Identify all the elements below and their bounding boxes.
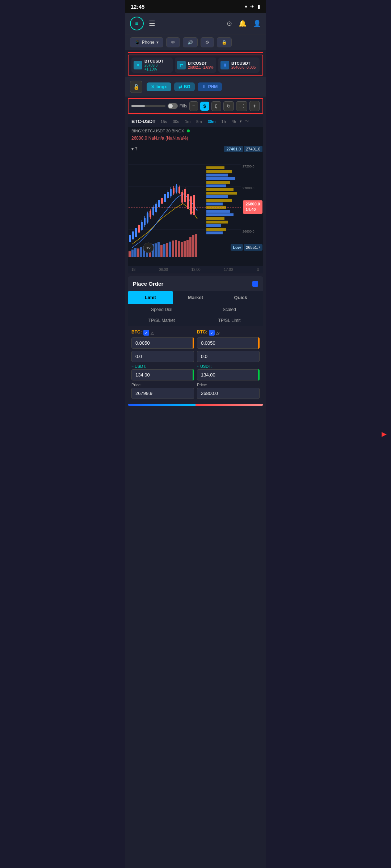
exchange-phm[interactable]: ⏸ PHM: [198, 82, 222, 91]
chart-canvas[interactable]: ▾ 7: [128, 143, 263, 266]
phone-icon: 📱: [135, 40, 140, 45]
bell-icon[interactable]: 🔔: [239, 20, 247, 27]
place-order-header: Place Order: [128, 276, 263, 291]
tf-5m[interactable]: 5m: [194, 119, 204, 124]
dollar-button[interactable]: $: [200, 102, 209, 111]
svg-rect-27: [195, 234, 197, 257]
xaxis-label-3: 12:00: [192, 268, 201, 272]
order-columns: BTC: ✓ △: 0.0050 0.0 ≈ USDT:: [131, 329, 260, 399]
sell-price-input[interactable]: 26800.0: [197, 388, 260, 399]
chart-settings-icon[interactable]: ⚙: [256, 268, 260, 272]
svg-rect-76: [206, 174, 228, 176]
low-badge: Low 26551.7: [231, 244, 262, 251]
tf-30s[interactable]: 30s: [171, 119, 181, 124]
slider-bar[interactable]: [131, 105, 165, 107]
buy-bar[interactable]: [128, 404, 196, 406]
tab-limit[interactable]: Limit: [128, 291, 173, 304]
tf-dropdown[interactable]: ▾: [240, 119, 242, 124]
bingx-icon: ✕: [134, 61, 142, 69]
tf-1m[interactable]: 1m: [183, 119, 193, 124]
user-icon[interactable]: 👤: [253, 20, 261, 27]
xaxis-label-1: 18: [131, 268, 135, 272]
order-col-sell: BTC: ✓ △: 0.0050 0.0 ≈ USDT:: [197, 329, 260, 399]
svg-rect-74: [206, 166, 224, 169]
ticker-item-1[interactable]: ✕ BTCUSDT 26789.8 +1.10%: [131, 58, 173, 73]
order-form: BTC: ✓ △: 0.0050 0.0 ≈ USDT:: [128, 326, 263, 403]
buy-usdt-input[interactable]: 134.00: [131, 369, 194, 380]
ticker-info-3: BTCUSDT 26460.6 -0.005: [231, 61, 256, 69]
sell-delta-input[interactable]: 0.0: [197, 351, 260, 362]
hamburger-icon[interactable]: ☰: [149, 19, 155, 28]
exchange-bg[interactable]: ⇄ BG: [174, 82, 195, 91]
bingx-exchange-icon: ✕: [151, 84, 155, 89]
svg-rect-26: [192, 235, 194, 257]
sell-currency-label: BTC:: [197, 329, 207, 335]
place-order-title: Place Order: [133, 281, 163, 287]
subtab-tpsl-limit[interactable]: TP/SL Limit: [196, 315, 263, 326]
svg-rect-25: [189, 237, 192, 257]
svg-rect-18: [169, 242, 171, 257]
buy-currency-row: BTC: ✓ △:: [131, 329, 194, 336]
chart-header: BTC-USDT 15s 30s 1m 5m 30m 1h 4h ▾ 〜: [128, 115, 263, 127]
subtab-speed-dial[interactable]: Speed Dial: [128, 304, 196, 315]
sell-amount-wrapper: 0.0050: [197, 337, 260, 349]
device-selector[interactable]: 📱 Phone ▾: [130, 37, 163, 47]
subtab-scaled[interactable]: Scaled: [196, 304, 263, 315]
high-badge: 27401.0 27401.0: [224, 146, 262, 152]
equal-sign-button[interactable]: =: [189, 101, 198, 111]
sell-usdt-input[interactable]: 134.00: [197, 369, 260, 380]
tf-30m[interactable]: 30m: [206, 119, 218, 124]
fills-toggle[interactable]: Fills: [168, 103, 187, 109]
ticker-item-2[interactable]: ⇄ BTCUSDT 26802.1 -1.69%: [175, 58, 216, 73]
refresh-button[interactable]: ↻: [223, 101, 234, 111]
indicator-badge: ▾ 7: [131, 146, 138, 152]
tf-15s[interactable]: 15s: [158, 119, 169, 124]
exchange-row: 🔓 ✕ bngx ⇄ BG ⏸ PHM: [125, 77, 266, 97]
discord-icon[interactable]: ⊙: [227, 20, 232, 27]
buy-checkbox[interactable]: ✓: [143, 330, 149, 336]
ticker-info-2: BTCUSDT 26802.1 -1.69%: [188, 61, 214, 69]
ticker-item-3[interactable]: ⏸ BTCUSDT 26460.6 -0.005: [218, 58, 260, 73]
svg-rect-14: [157, 242, 160, 257]
logo-icon[interactable]: ≡: [130, 17, 144, 30]
lock-button-2[interactable]: 🔓: [130, 81, 142, 93]
buy-price-label: Price:: [131, 383, 194, 387]
svg-rect-82: [206, 195, 228, 198]
buy-usdt-wrapper: 134.00: [131, 369, 194, 380]
status-bar: 12:45 ▾ ✈ ▮: [125, 0, 266, 13]
subtab-tpsl-market[interactable]: TP/SL Market: [128, 315, 196, 326]
sell-bar[interactable]: [196, 404, 263, 406]
sell-delta-label: △:: [216, 331, 220, 335]
chart-price-row: 26800.0 NaN.n/a (NaN.n/a%): [128, 135, 263, 143]
buy-price-input[interactable]: 26799.9: [131, 388, 194, 399]
buy-delta-input[interactable]: 0.0: [131, 351, 194, 362]
tf-1h[interactable]: 1h: [219, 119, 228, 124]
svg-rect-86: [206, 210, 230, 213]
tf-4h[interactable]: 4h: [230, 119, 238, 124]
svg-rect-89: [206, 221, 228, 224]
order-tabs: Limit Market Quick: [128, 291, 263, 304]
live-dot: [187, 129, 190, 132]
timeframe-buttons: 15s 30s 1m 5m 30m 1h 4h ▾: [158, 119, 242, 124]
buy-amount-input[interactable]: 0.0050: [131, 337, 194, 349]
eye-button[interactable]: 👁: [166, 37, 180, 47]
order-subtabs-2: TP/SL Market TP/SL Limit: [128, 315, 263, 326]
speaker-button[interactable]: 🔊: [183, 37, 198, 47]
exchange-bingx[interactable]: ✕ bngx: [147, 82, 171, 91]
add-button[interactable]: +: [249, 101, 260, 111]
svg-rect-5: [131, 250, 134, 257]
bitcoin-button[interactable]: ₿: [211, 101, 221, 111]
settings-button[interactable]: ⚙: [201, 37, 214, 47]
lock-button[interactable]: 🔒: [217, 37, 232, 47]
buy-delta-label: △:: [151, 331, 155, 335]
tab-quick[interactable]: Quick: [218, 291, 263, 304]
sell-amount-input[interactable]: 0.0050: [197, 337, 260, 349]
tab-market[interactable]: Market: [173, 291, 218, 304]
sell-checkbox[interactable]: ✓: [209, 330, 215, 336]
battery-icon: ▮: [257, 4, 260, 9]
expand-button[interactable]: ⛶: [236, 101, 247, 111]
top-red-highlight: [128, 52, 263, 53]
svg-rect-79: [206, 184, 226, 187]
chart-more-icon[interactable]: 〜: [245, 118, 249, 124]
svg-rect-81: [206, 192, 237, 195]
